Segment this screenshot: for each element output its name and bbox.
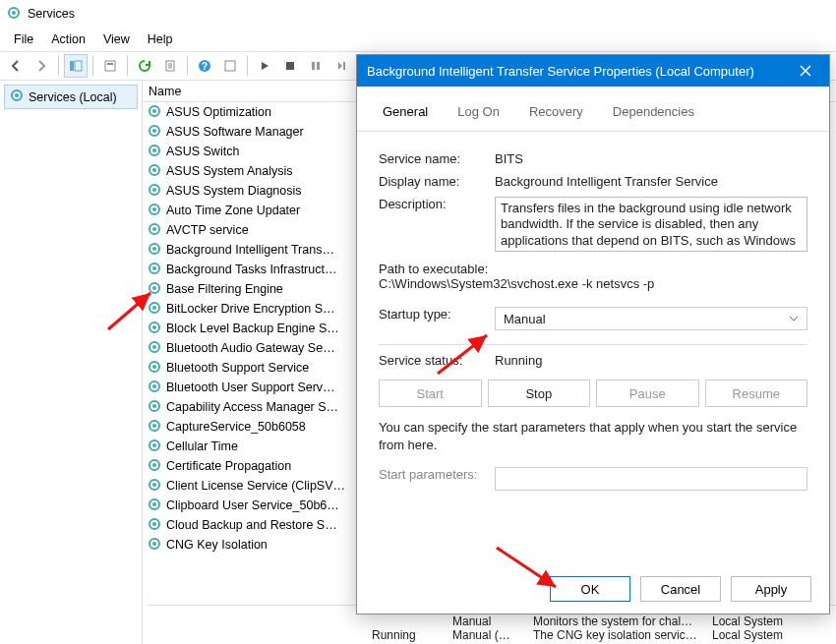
value-service-status: Running (495, 353, 807, 368)
ok-button[interactable]: OK (550, 576, 630, 602)
tree-node-services-local[interactable]: Services (Local) (4, 85, 138, 109)
start-service-button[interactable] (253, 54, 276, 78)
gear-icon (147, 418, 162, 437)
menu-action[interactable]: Action (43, 30, 93, 48)
svg-point-59 (152, 522, 156, 526)
service-name: Base Filtering Engine (166, 282, 283, 296)
dialog-titlebar[interactable]: Background Intelligent Transfer Service … (357, 55, 829, 87)
svg-point-47 (152, 404, 156, 408)
service-name: Certificate Propagation (166, 459, 291, 473)
service-name: Auto Time Zone Updater (166, 204, 300, 217)
cancel-button[interactable]: Cancel (640, 576, 721, 602)
service-name: Cellular Time (166, 439, 238, 453)
svg-point-57 (152, 502, 156, 506)
service-name: ASUS Switch (166, 145, 239, 158)
svg-point-41 (152, 345, 156, 349)
svg-point-35 (152, 286, 156, 290)
apply-button[interactable]: Apply (731, 576, 811, 602)
start-params-note: You can specify the start parameters tha… (379, 419, 807, 453)
gear-icon (147, 280, 162, 299)
svg-point-45 (152, 384, 156, 388)
export-list-button[interactable] (158, 54, 182, 78)
refresh-button[interactable] (133, 54, 156, 78)
svg-text:?: ? (202, 61, 208, 72)
dialog-close-button[interactable] (792, 57, 819, 85)
gear-icon (147, 477, 162, 496)
service-name: BitLocker Drive Encryption S… (166, 302, 335, 316)
service-name: Clipboard User Service_50b6… (166, 498, 339, 512)
svg-point-43 (152, 365, 156, 369)
close-icon (800, 65, 811, 77)
nav-forward-button[interactable] (30, 54, 53, 78)
svg-point-1 (12, 11, 16, 15)
gear-icon (147, 398, 162, 417)
stop-button[interactable]: Stop (488, 380, 591, 407)
value-display-name: Background Intelligent Transfer Service (495, 174, 807, 189)
help-button[interactable]: ? (193, 54, 216, 78)
svg-point-19 (152, 129, 156, 133)
svg-point-39 (152, 325, 156, 329)
svg-point-21 (152, 148, 156, 152)
svg-point-33 (152, 266, 156, 270)
svg-point-23 (152, 168, 156, 172)
stop-service-button[interactable] (278, 54, 302, 78)
tab-recovery[interactable]: Recovery (519, 98, 593, 125)
resume-button[interactable]: Resume (705, 380, 808, 407)
service-name: Background Intelligent Trans… (166, 243, 334, 257)
properties-button[interactable] (98, 54, 122, 78)
dialog-title: Background Intelligent Transfer Service … (367, 64, 754, 79)
startup-type-select[interactable]: Manual (495, 307, 807, 330)
svg-rect-12 (317, 62, 320, 70)
svg-rect-11 (312, 62, 315, 70)
svg-point-53 (152, 463, 156, 467)
service-name: AVCTP service (166, 223, 249, 237)
menubar: File Action View Help (0, 28, 836, 51)
about-button[interactable] (218, 54, 242, 78)
service-properties-dialog: Background Intelligent Transfer Service … (356, 54, 830, 615)
restart-service-button[interactable] (329, 54, 353, 78)
gear-icon (147, 536, 162, 555)
svg-point-25 (152, 188, 156, 192)
svg-point-27 (152, 207, 156, 211)
gear-icon (147, 497, 162, 515)
tab-dependencies[interactable]: Dependencies (603, 98, 704, 125)
svg-point-17 (152, 109, 156, 113)
svg-rect-10 (286, 62, 294, 70)
value-path: C:\Windows\System32\svchost.exe -k netsv… (379, 276, 807, 291)
svg-point-55 (152, 483, 156, 487)
nav-back-button[interactable] (4, 54, 28, 78)
show-hide-tree-button[interactable] (64, 54, 88, 78)
start-params-input[interactable] (495, 467, 807, 491)
svg-point-15 (15, 93, 19, 97)
pause-service-button[interactable] (304, 54, 328, 78)
label-service-status: Service status: (379, 353, 487, 368)
gear-icon (147, 103, 162, 122)
menu-help[interactable]: Help (140, 30, 181, 48)
gear-icon (147, 457, 162, 476)
menu-view[interactable]: View (95, 30, 138, 48)
description-textbox[interactable]: Transfers files in the background using … (495, 197, 807, 252)
services-app-icon (6, 5, 22, 24)
pause-button[interactable]: Pause (596, 380, 699, 407)
console-tree: Services (Local) (0, 81, 143, 644)
service-name: Bluetooth User Support Serv… (166, 381, 335, 394)
status-running: Running (372, 628, 450, 642)
service-name: Block Level Backup Engine S… (166, 322, 339, 335)
svg-rect-2 (70, 61, 74, 71)
start-button[interactable]: Start (379, 380, 482, 407)
menu-file[interactable]: File (6, 30, 41, 48)
tab-general[interactable]: General (373, 98, 438, 125)
service-name: ASUS Software Manager (166, 125, 304, 139)
svg-point-37 (152, 306, 156, 310)
gear-icon (147, 261, 162, 279)
label-path: Path to executable: (379, 262, 807, 276)
svg-point-49 (152, 424, 156, 428)
label-startup-type: Startup type: (379, 307, 487, 322)
service-name: ASUS System Analysis (166, 164, 293, 178)
value-service-name: BITS (495, 151, 807, 166)
chevron-down-icon (789, 312, 799, 326)
svg-point-51 (152, 443, 156, 447)
tab-logon[interactable]: Log On (448, 98, 509, 125)
gear-icon (147, 202, 162, 220)
gear-icon (147, 359, 162, 378)
